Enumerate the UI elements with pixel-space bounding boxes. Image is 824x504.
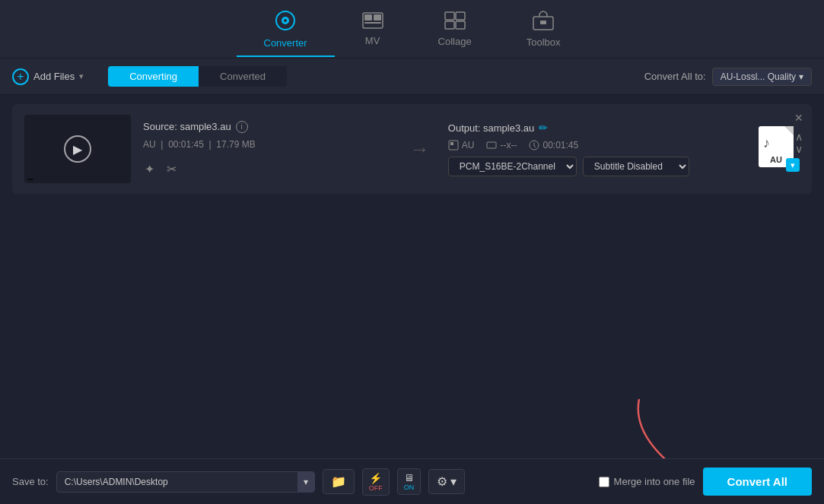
file-item: ▶ Source: sample3.au i AU | 00:01:45 | 1…: [12, 104, 812, 194]
svg-rect-6: [364, 22, 381, 24]
nav-label-converter: Converter: [264, 37, 307, 49]
play-button[interactable]: ▶: [64, 135, 91, 163]
svg-rect-5: [374, 14, 381, 21]
convert-all-chevron-icon: ▾: [799, 71, 803, 82]
nav-label-mv: MV: [365, 35, 380, 46]
close-item-button[interactable]: ×: [794, 110, 803, 126]
save-path-wrap: ▾: [56, 471, 315, 493]
item-nav-buttons: ∧ ∨: [795, 132, 803, 154]
gear-icon: ⚙: [437, 474, 447, 489]
mv-icon: [362, 12, 383, 32]
cut-button[interactable]: ✂: [165, 160, 178, 178]
nav-item-mv[interactable]: MV: [335, 5, 411, 54]
svg-rect-8: [456, 12, 465, 20]
tab-converting[interactable]: Converting: [108, 66, 199, 87]
svg-rect-12: [540, 21, 546, 24]
output-resolution-item: --x--: [486, 140, 517, 151]
add-files-label: Add Files: [33, 71, 75, 82]
output-format: AU: [462, 140, 475, 151]
hardware-icon: 🖥: [404, 472, 414, 483]
merge-wrap: Merge into one file: [599, 476, 695, 487]
nav-item-collage[interactable]: Collage: [411, 4, 499, 55]
add-files-icon: +: [12, 68, 29, 85]
svg-rect-9: [445, 21, 454, 29]
svg-rect-14: [450, 142, 453, 145]
flash-icon: ⚡: [369, 472, 382, 484]
audio-select[interactable]: PCM_S16BE-2Channel: [448, 157, 577, 176]
note-symbol: ♪: [763, 135, 770, 151]
file-info: Source: sample3.au i AU | 00:01:45 | 17.…: [143, 121, 392, 178]
toolbar: + Add Files ▾ Converting Converted Conve…: [0, 59, 824, 95]
nav-item-toolbox[interactable]: Toolbox: [499, 3, 588, 55]
output-format-item: AU: [448, 140, 475, 151]
settings-button[interactable]: ⚙ ▾: [428, 469, 465, 494]
save-to-label: Save to:: [12, 476, 49, 487]
svg-rect-7: [445, 12, 454, 20]
format-icon-wrap: ♪ AU ▾: [759, 126, 800, 172]
browse-folder-button[interactable]: 📁: [323, 469, 355, 494]
convert-all-to-value: AU-Lossl... Quality: [721, 71, 796, 82]
add-files-dropdown-icon: ▾: [79, 71, 84, 81]
subtitle-select[interactable]: Subtitle Disabled: [583, 157, 689, 176]
output-resolution: --x--: [500, 140, 517, 151]
arrow-divider: →: [410, 138, 430, 161]
file-format: AU: [143, 139, 156, 150]
converter-icon: [275, 10, 296, 34]
svg-rect-10: [456, 21, 465, 29]
merge-checkbox[interactable]: [599, 477, 609, 487]
item-up-button[interactable]: ∧: [795, 132, 803, 142]
output-header: Output: sample3.au ✏: [448, 122, 746, 134]
save-path-dropdown-button[interactable]: ▾: [297, 472, 314, 492]
flash-off-label: OFF: [369, 484, 383, 492]
convert-all-to-select[interactable]: AU-Lossl... Quality ▾: [712, 68, 812, 86]
output-duration-item: 00:01:45: [529, 140, 578, 151]
flash-button[interactable]: ⚡ OFF: [362, 468, 390, 496]
output-section: Output: sample3.au ✏ AU --x--: [448, 122, 746, 176]
svg-point-2: [284, 19, 287, 22]
file-meta: AU | 00:01:45 | 17.79 MB: [143, 139, 392, 150]
convert-all-button[interactable]: Convert All: [703, 468, 812, 496]
bottom-bar: Save to: ▾ 📁 ⚡ OFF 🖥 ON ⚙ ▾ Merge into o…: [0, 458, 824, 504]
output-duration: 00:01:45: [542, 140, 578, 151]
format-icon-small: [448, 140, 459, 151]
top-navigation: Converter MV Collage: [0, 0, 824, 59]
convert-all-to-label: Convert All to:: [644, 71, 706, 82]
convert-all-to: Convert All to: AU-Lossl... Quality ▾: [644, 68, 812, 86]
svg-rect-15: [487, 142, 496, 148]
tab-converted[interactable]: Converted: [199, 66, 287, 87]
merge-label: Merge into one file: [614, 476, 695, 487]
output-controls: PCM_S16BE-2Channel Subtitle Disabled: [448, 157, 746, 176]
info-icon[interactable]: i: [236, 121, 248, 133]
save-path-input[interactable]: [57, 472, 297, 492]
nav-label-toolbox: Toolbox: [527, 36, 561, 48]
settings-chevron-icon: ▾: [450, 474, 457, 489]
file-actions: ✦ ✂: [143, 160, 392, 178]
hardware-button[interactable]: 🖥 ON: [397, 468, 422, 495]
thumbnail: ▶: [24, 115, 131, 183]
collage-icon: [444, 11, 466, 33]
format-label: AU: [770, 155, 782, 164]
clock-icon: [529, 140, 539, 151]
file-source: Source: sample3.au i: [143, 121, 392, 133]
star-button[interactable]: ✦: [143, 160, 156, 178]
svg-rect-4: [364, 14, 372, 21]
output-label: Output: sample3.au: [448, 122, 534, 134]
format-dropdown-button[interactable]: ▾: [786, 158, 800, 172]
file-size: 17.79 MB: [216, 139, 255, 150]
hardware-on-label: ON: [404, 483, 415, 491]
toolbox-icon: [533, 11, 554, 33]
item-down-button[interactable]: ∨: [795, 144, 803, 154]
resolution-icon: [486, 141, 497, 149]
thumbnail-badge: [27, 179, 33, 180]
nav-label-collage: Collage: [438, 36, 472, 47]
output-meta-row: AU --x-- 00:01:45: [448, 140, 746, 151]
file-duration: 00:01:45: [168, 139, 204, 150]
tab-group: Converting Converted: [108, 66, 287, 87]
add-files-button[interactable]: + Add Files ▾: [12, 68, 84, 85]
edit-icon[interactable]: ✏: [539, 122, 548, 134]
source-label: Source: sample3.au: [143, 121, 231, 132]
nav-item-converter[interactable]: Converter: [237, 2, 335, 56]
folder-icon: 📁: [331, 475, 346, 488]
